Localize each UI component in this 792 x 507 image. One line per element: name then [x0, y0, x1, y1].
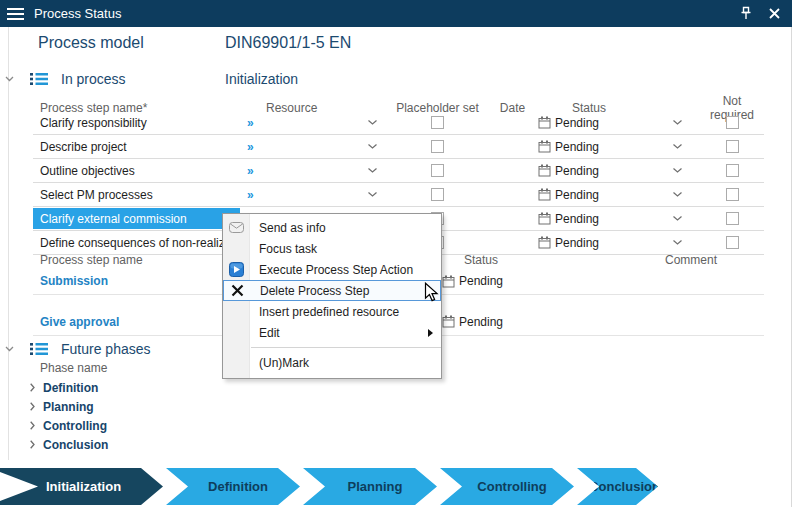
hamburger-menu-icon[interactable] [7, 8, 24, 20]
col-status: Status [535, 101, 700, 115]
not-required-checkbox[interactable] [726, 236, 739, 249]
status-value: Pending [555, 140, 599, 154]
col-placeholder-set: Placeholder set [385, 101, 490, 115]
table-header-row: Process step name* Resource Placeholder … [33, 94, 764, 111]
section-in-process: In process Initialization [0, 68, 784, 90]
list-icon [30, 72, 48, 86]
calendar-icon [442, 275, 455, 288]
menu-item-send-as-info[interactable]: Send as info [223, 217, 441, 238]
calendar-icon [538, 236, 551, 249]
resource-dropdown-icon[interactable] [368, 168, 377, 173]
phase-name[interactable]: Controlling [43, 419, 107, 433]
calendar-icon [538, 116, 551, 129]
status-dropdown-icon[interactable] [673, 216, 682, 221]
calendar-icon [442, 315, 455, 328]
menu-item-execute-process-step-action[interactable]: Execute Process Step Action [223, 259, 441, 280]
phase-chevron-initialization[interactable]: Initialization [0, 468, 163, 505]
panel-title: Process Status [34, 6, 121, 21]
resource-link[interactable]: » [247, 164, 254, 178]
placeholder-checkbox[interactable] [431, 164, 444, 177]
phase-chevron-conclusion[interactable]: Conclusion [577, 468, 658, 505]
status-value: Pending [555, 116, 599, 130]
calendar-icon [538, 188, 551, 201]
step-name[interactable]: Clarify responsibility [33, 116, 240, 130]
calendar-icon [538, 212, 551, 225]
not-required-checkbox[interactable] [726, 164, 739, 177]
future-phase-list: Definition Planning Controlling Conclusi… [30, 378, 108, 454]
status-dropdown-icon[interactable] [673, 192, 682, 197]
status-value: Pending [555, 164, 599, 178]
resource-link[interactable]: » [247, 188, 254, 202]
envelope-icon [228, 222, 244, 233]
status-value: Pending [555, 188, 599, 202]
phase-row[interactable]: Definition [30, 378, 108, 397]
phase-row[interactable]: Conclusion [30, 435, 108, 454]
status-dropdown-icon[interactable] [673, 120, 682, 125]
section-phase: Initialization [225, 71, 298, 87]
menu-separator [251, 347, 441, 348]
not-required-checkbox[interactable] [726, 140, 739, 153]
close-icon[interactable] [766, 6, 782, 22]
submenu-arrow-icon [428, 329, 433, 337]
menu-item-edit[interactable]: Edit [223, 322, 441, 343]
status-dropdown-icon[interactable] [673, 168, 682, 173]
not-required-checkbox[interactable] [726, 116, 739, 129]
phase-name[interactable]: Planning [43, 400, 94, 414]
section-title: In process [61, 71, 126, 87]
step-name[interactable]: Describe project [33, 140, 240, 154]
step-name[interactable]: Define consequences of non-realization [33, 236, 240, 250]
col-date: Date [490, 101, 535, 115]
play-action-icon [228, 262, 244, 277]
not-required-checkbox[interactable] [726, 212, 739, 225]
process-model-value: DIN69901/1-5 EN [225, 34, 351, 52]
menu-item-insert-predefined-resource[interactable]: Insert predefined resource [223, 301, 441, 322]
step-name[interactable]: Outline objectives [33, 164, 240, 178]
resource-link[interactable]: » [247, 116, 254, 130]
status-dropdown-icon[interactable] [673, 240, 682, 245]
menu-item-focus-task[interactable]: Focus task [223, 238, 441, 259]
resource-link[interactable]: » [247, 140, 254, 154]
resource-dropdown-icon[interactable] [368, 192, 377, 197]
menu-item-delete-process-step[interactable]: Delete Process Step [223, 280, 441, 301]
col-process-step-name: Process step name* [33, 101, 240, 115]
status-dropdown-icon[interactable] [673, 144, 682, 149]
status-value: Pending [459, 274, 503, 288]
step-name[interactable]: Clarify external commission [33, 208, 240, 229]
collapse-chevron-icon[interactable] [5, 346, 14, 352]
phase-name[interactable]: Definition [43, 381, 98, 395]
phase-chevron-planning[interactable]: Planning [303, 468, 437, 505]
col-status: Status [440, 253, 640, 267]
status-value: Pending [555, 236, 599, 250]
table-row[interactable]: Outline objectives » Pending [33, 159, 764, 183]
table-row[interactable]: Select PM processes » Pending [33, 183, 764, 207]
collapse-chevron-icon[interactable] [5, 76, 14, 82]
pin-icon[interactable] [738, 6, 754, 22]
phase-row[interactable]: Controlling [30, 416, 108, 435]
phase-chevron-controlling[interactable]: Controlling [440, 468, 574, 505]
status-value: Pending [459, 315, 503, 329]
not-required-checkbox[interactable] [726, 188, 739, 201]
resource-dropdown-icon[interactable] [368, 120, 377, 125]
phase-name[interactable]: Conclusion [43, 438, 108, 452]
phase-chevron-definition[interactable]: Definition [166, 468, 300, 505]
delete-x-icon [229, 284, 245, 297]
step-name[interactable]: Select PM processes [33, 188, 240, 202]
phase-progress-bar: Initialization Definition Planning Contr… [0, 468, 792, 505]
col-resource: Resource [240, 101, 385, 115]
expand-chevron-icon[interactable] [30, 402, 35, 411]
phase-row[interactable]: Planning [30, 397, 108, 416]
expand-chevron-icon[interactable] [30, 383, 35, 392]
table-row[interactable]: Describe project » Pending [33, 135, 764, 159]
expand-chevron-icon[interactable] [30, 440, 35, 449]
context-menu: Send as info Focus task Execute Process … [222, 213, 442, 379]
list-icon [30, 342, 48, 356]
titlebar: Process Status [0, 0, 792, 27]
menu-item-unmark[interactable]: (Un)Mark [223, 352, 441, 373]
resource-dropdown-icon[interactable] [368, 144, 377, 149]
placeholder-checkbox[interactable] [431, 140, 444, 153]
col-phase-name: Phase name [40, 361, 107, 375]
placeholder-checkbox[interactable] [431, 116, 444, 129]
placeholder-checkbox[interactable] [431, 188, 444, 201]
expand-chevron-icon[interactable] [30, 421, 35, 430]
status-value: Pending [555, 212, 599, 226]
